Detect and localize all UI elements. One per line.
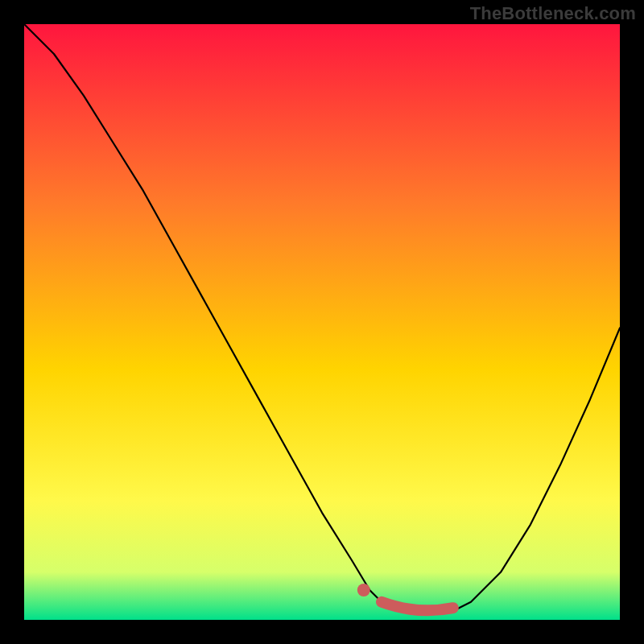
- marker-dot: [357, 584, 370, 597]
- plot-area: [24, 24, 620, 620]
- watermark-text: TheBottleneck.com: [470, 3, 636, 24]
- chart-frame: TheBottleneck.com: [0, 0, 644, 644]
- gradient-background: [24, 24, 620, 620]
- plot-svg: [24, 24, 620, 620]
